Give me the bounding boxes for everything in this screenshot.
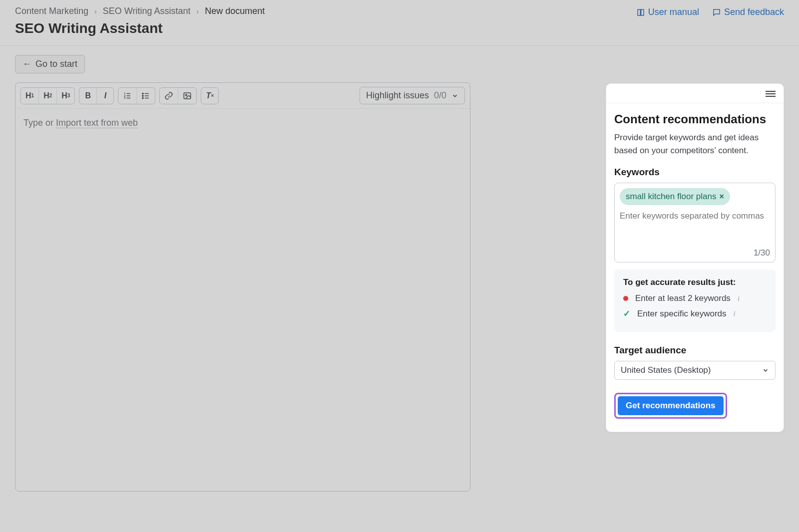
svg-point-10	[142, 95, 143, 96]
keyword-count: 1/30	[754, 248, 770, 258]
heading-group: H1 H2 H3	[20, 87, 75, 104]
keyword-tag-text: small kitchen floor plans	[626, 192, 716, 202]
target-audience-label: Target audience	[614, 345, 776, 356]
format-group: B I	[79, 87, 114, 104]
image-button[interactable]	[178, 88, 196, 104]
tip-item: Enter at least 2 keywords i	[623, 293, 767, 303]
editor-body[interactable]: Type or Import text from web	[15, 109, 470, 137]
remove-keyword-icon[interactable]: ×	[719, 192, 724, 201]
editor-toolbar: H1 H2 H3 B I 123	[15, 83, 470, 109]
h1-button[interactable]: H1	[21, 88, 38, 104]
tip-text: Enter at least 2 keywords	[635, 293, 731, 303]
panel-title: Content recommendations	[614, 112, 776, 126]
bold-button[interactable]: B	[79, 88, 96, 104]
italic-button[interactable]: I	[96, 88, 113, 104]
ordered-list-button[interactable]: 123	[118, 88, 136, 104]
breadcrumb-item-current: New document	[205, 6, 265, 16]
info-icon[interactable]: i	[738, 294, 740, 303]
chevron-right-icon: ›	[196, 7, 199, 15]
keywords-input-box[interactable]: small kitchen floor plans × 1/30	[614, 183, 776, 263]
keywords-label: Keywords	[614, 167, 776, 178]
list-group: 123	[118, 87, 155, 104]
chevron-down-icon	[762, 367, 769, 374]
highlight-issues-label: Highlight issues	[366, 90, 429, 101]
go-to-start-button[interactable]: ← Go to start	[15, 55, 85, 73]
tips-box: To get accurate results just: Enter at l…	[614, 269, 776, 332]
menu-icon[interactable]	[766, 91, 776, 97]
h2-button[interactable]: H2	[38, 88, 56, 104]
chevron-down-icon	[451, 92, 458, 99]
import-text-link[interactable]: Import text from web	[56, 118, 138, 128]
go-to-start-label: Go to start	[35, 59, 77, 69]
page-title: SEO Writing Assistant	[15, 20, 784, 36]
svg-point-9	[142, 93, 143, 94]
svg-point-11	[142, 97, 143, 98]
arrow-left-icon: ←	[22, 59, 31, 69]
highlight-issues-dropdown[interactable]: Highlight issues 0/0	[360, 87, 465, 104]
breadcrumb-item[interactable]: SEO Writing Assistant	[103, 6, 191, 16]
comment-icon	[712, 8, 721, 17]
audience-value: United States (Desktop)	[621, 365, 711, 375]
editor-placeholder-text: Type or	[23, 118, 56, 128]
svg-point-13	[186, 94, 187, 96]
check-icon: ✓	[623, 308, 630, 319]
insert-group	[159, 87, 197, 104]
get-recommendations-button[interactable]: Get recommendations	[618, 396, 724, 415]
unordered-list-button[interactable]	[136, 88, 155, 104]
user-manual-label: User manual	[648, 7, 699, 17]
tip-text: Enter specific keywords	[637, 309, 727, 319]
keywords-input[interactable]	[620, 211, 770, 221]
recommendations-panel: Content recommendations Provide target k…	[606, 83, 784, 432]
tips-title: To get accurate results just:	[623, 277, 767, 287]
clear-group: T×	[201, 87, 219, 104]
user-manual-link[interactable]: User manual	[636, 7, 699, 17]
h3-button[interactable]: H3	[56, 88, 74, 104]
panel-description: Provide target keywords and get ideas ba…	[614, 131, 776, 157]
target-audience-select[interactable]: United States (Desktop)	[614, 361, 776, 380]
info-icon[interactable]: i	[734, 309, 736, 318]
page-header: Content Marketing › SEO Writing Assistan…	[0, 0, 799, 46]
send-feedback-label: Send feedback	[724, 7, 784, 17]
breadcrumb-item[interactable]: Content Marketing	[15, 6, 88, 16]
chevron-right-icon: ›	[94, 7, 97, 15]
book-icon	[636, 8, 645, 17]
send-feedback-link[interactable]: Send feedback	[712, 7, 784, 17]
bullet-warning-icon	[623, 296, 628, 301]
clear-format-button[interactable]: T×	[201, 88, 218, 104]
editor-container: H1 H2 H3 B I 123	[15, 82, 470, 492]
cta-highlight-box: Get recommendations	[614, 393, 727, 419]
highlight-issues-count: 0/0	[434, 90, 446, 101]
header-links: User manual Send feedback	[636, 7, 784, 17]
keyword-tag: small kitchen floor plans ×	[620, 188, 730, 205]
svg-text:3: 3	[124, 96, 126, 99]
tip-item: ✓ Enter specific keywords i	[623, 308, 767, 319]
link-button[interactable]	[160, 88, 178, 104]
